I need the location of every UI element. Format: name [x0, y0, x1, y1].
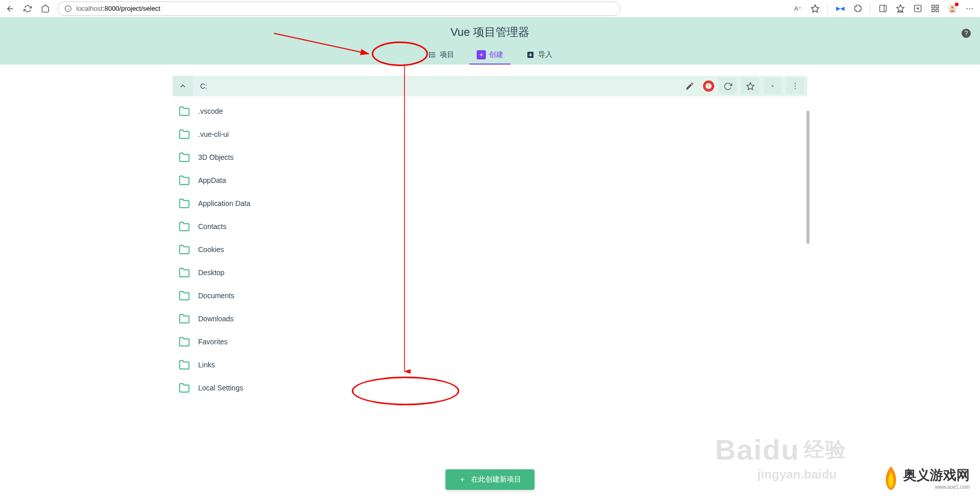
svg-rect-2 [880, 5, 886, 12]
folder-item[interactable]: Documents [173, 284, 807, 307]
folder-icon [179, 221, 190, 232]
sidebar-icon[interactable] [878, 4, 888, 14]
folder-item[interactable]: .vue-cli-ui [173, 122, 807, 146]
page-title: Vue 项目管理器 [0, 25, 980, 40]
folder-name: 3D Objects [198, 153, 233, 161]
tab-label: 创建 [489, 50, 503, 59]
svg-rect-19 [431, 52, 435, 53]
folder-icon [179, 244, 190, 255]
tab-create[interactable]: 创建 [465, 45, 515, 65]
folder-icon [179, 267, 190, 278]
apps-icon[interactable] [930, 4, 940, 14]
dropdown-button[interactable] [763, 78, 782, 94]
svg-point-26 [795, 86, 796, 87]
tab-projects[interactable]: 项目 [416, 45, 465, 65]
folder-list[interactable]: .vscode .vue-cli-ui 3D Objects AppData A… [173, 99, 807, 450]
svg-rect-18 [429, 52, 431, 54]
folder-item[interactable]: Local Settings [173, 376, 807, 399]
folder-item[interactable]: Cookies [173, 238, 807, 261]
folder-name: Cookies [198, 245, 224, 254]
create-button-label: 在此创建新项目 [471, 475, 521, 484]
tab-label: 项目 [440, 50, 454, 59]
error-indicator-icon[interactable] [703, 80, 714, 92]
folder-item[interactable]: Links [173, 353, 807, 376]
browser-right-toolbar: A⁺ ▶◀ [793, 4, 975, 14]
watermark-site-logo: 奥义游戏网 www.aoe1.com [881, 465, 970, 491]
folder-item[interactable]: Contacts [173, 215, 807, 238]
play-icon[interactable]: ▶◀ [835, 4, 845, 14]
svg-point-17 [972, 8, 973, 9]
svg-point-25 [795, 83, 796, 84]
favorites-list-icon[interactable] [895, 4, 905, 14]
folder-name: Desktop [198, 268, 224, 277]
main-content: C: .vscode .vue-cli-ui 3D Objec [173, 65, 807, 450]
collections-icon[interactable] [912, 4, 923, 14]
folder-name: Links [198, 361, 215, 369]
more-options-button[interactable] [786, 78, 804, 94]
folder-item[interactable]: Desktop [173, 261, 807, 284]
folder-item[interactable]: AppData [173, 169, 807, 192]
current-path[interactable]: C: [197, 82, 676, 90]
svg-rect-21 [431, 54, 435, 55]
favorite-star-icon[interactable] [810, 4, 820, 14]
extension-icon[interactable] [853, 4, 863, 14]
folder-item[interactable]: Downloads [173, 307, 807, 330]
url-bar[interactable]: localhost:8000/project/select [57, 2, 621, 16]
plus-icon [459, 476, 466, 483]
svg-rect-20 [429, 54, 431, 56]
scrollbar-thumb[interactable] [806, 111, 809, 244]
app-header: Vue 项目管理器 项目 创建 导入 ? [0, 17, 980, 65]
refresh-button[interactable] [23, 4, 33, 14]
svg-point-15 [967, 8, 968, 9]
folder-item[interactable]: Favorites [173, 330, 807, 353]
svg-rect-11 [935, 9, 938, 12]
tab-label: 导入 [538, 50, 552, 59]
folder-icon [179, 359, 190, 370]
svg-point-14 [951, 6, 954, 9]
watermark-baidu-url: jingyan.baidu [757, 467, 837, 482]
favorite-folder-button[interactable] [741, 78, 759, 94]
url-text: localhost:8000/project/select [76, 5, 160, 12]
create-project-button[interactable]: 在此创建新项目 [445, 469, 535, 490]
folder-icon [179, 290, 190, 301]
tab-import[interactable]: 导入 [515, 45, 564, 65]
svg-point-16 [969, 8, 970, 9]
svg-marker-1 [812, 5, 819, 12]
folder-item[interactable]: .vscode [173, 99, 807, 122]
folder-name: AppData [198, 176, 226, 184]
site-info-icon[interactable] [64, 5, 72, 13]
profile-icon[interactable] [947, 4, 957, 14]
folder-icon [179, 106, 190, 117]
folder-icon [179, 175, 190, 186]
folder-icon [179, 313, 190, 324]
folder-name: Favorites [198, 338, 228, 346]
svg-point-27 [795, 88, 796, 89]
read-aloud-icon[interactable]: A⁺ [793, 4, 803, 14]
folder-name: Local Settings [198, 384, 243, 392]
edit-path-button[interactable] [680, 78, 699, 94]
folder-name: Application Data [198, 199, 250, 208]
flame-icon [881, 465, 901, 491]
svg-rect-9 [932, 5, 934, 8]
svg-marker-4 [897, 5, 904, 11]
back-button[interactable] [5, 4, 15, 14]
import-icon [526, 50, 535, 59]
folder-name: Contacts [198, 222, 226, 231]
browser-toolbar: localhost:8000/project/select A⁺ ▶◀ [0, 0, 980, 17]
folder-icon [179, 152, 190, 163]
more-icon[interactable] [965, 4, 975, 14]
path-up-button[interactable] [173, 76, 193, 96]
folder-name: .vscode [198, 107, 223, 115]
refresh-folder-button[interactable] [718, 78, 737, 94]
folder-name: .vue-cli-ui [198, 130, 229, 138]
svg-rect-12 [932, 9, 934, 12]
folder-item[interactable]: Application Data [173, 192, 807, 215]
folder-item[interactable]: 3D Objects [173, 146, 807, 169]
home-button[interactable] [40, 4, 50, 14]
add-box-icon [477, 50, 486, 59]
folder-icon [179, 198, 190, 209]
svg-rect-10 [935, 5, 938, 8]
folder-name: Documents [198, 292, 235, 300]
svg-rect-23 [431, 56, 435, 57]
help-icon[interactable]: ? [962, 29, 971, 38]
